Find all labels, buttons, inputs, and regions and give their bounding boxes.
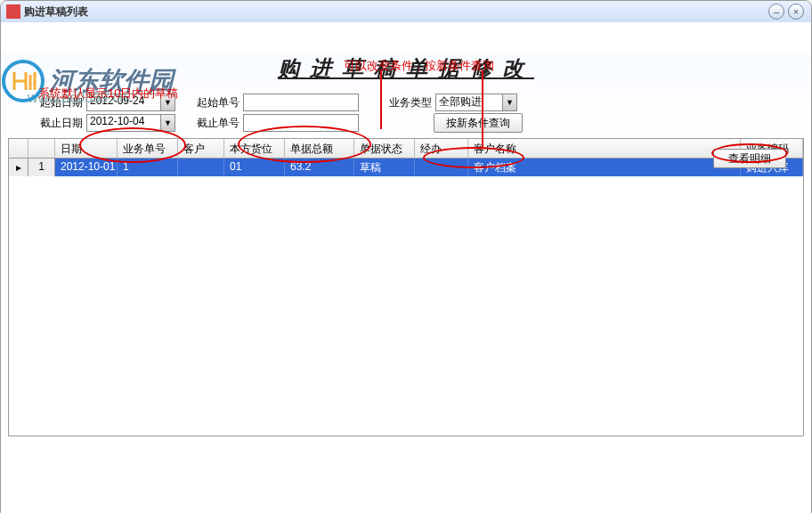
start-no-input[interactable] <box>243 94 359 111</box>
annotation-condition: 可以改变条件，按新条件查询 <box>344 58 494 74</box>
detail-button[interactable]: 查看明细 <box>713 149 786 168</box>
row-marker-header <box>9 139 28 158</box>
dropdown-icon[interactable]: ▼ <box>160 115 175 131</box>
app-icon <box>6 4 20 19</box>
cell-total: 63.2 <box>285 159 354 176</box>
start-no-label: 起始单号 <box>190 95 240 110</box>
cell-bizno: 1 <box>118 159 178 176</box>
col-location[interactable]: 本方货位 <box>224 139 285 158</box>
col-customer[interactable]: 客户 <box>178 139 224 158</box>
annotation-default: 系统默认显示10日内的草稿 <box>38 86 178 102</box>
cell-status: 草稿 <box>354 159 415 176</box>
cell-operator <box>415 159 468 176</box>
num-header <box>28 139 55 158</box>
end-no-label: 截止单号 <box>190 116 240 131</box>
table-header: 日期 业务单号 客户 本方货位 单据总额 单据状态 经办 客户名称 业务编码 <box>9 139 803 159</box>
window-title: 购进草稿列表 <box>24 4 88 20</box>
cell-date: 2012-10-01 <box>55 159 118 176</box>
biz-type-label: 业务类型 <box>382 95 432 110</box>
title-bar: 购进草稿列表 – × <box>1 1 811 22</box>
cell-custname: 客户档案 <box>468 159 741 176</box>
cell-location: 01 <box>224 159 285 176</box>
app-window: 购进草稿列表 – × 河东软件园 www.pc0359.cn 系统默认显示10日… <box>0 0 812 513</box>
dropdown-icon[interactable]: ▼ <box>502 94 516 110</box>
content-area: 河东软件园 www.pc0359.cn 系统默认显示10日内的草稿 可以改变条件… <box>1 54 811 513</box>
end-date-label: 截止日期 <box>33 116 83 131</box>
col-status[interactable]: 单据状态 <box>354 139 415 158</box>
biz-type-select[interactable]: 全部购进 ▼ <box>435 94 517 111</box>
query-button[interactable]: 按新条件查询 <box>434 113 523 133</box>
end-date-input[interactable]: 2012-10-04 ▼ <box>86 114 175 132</box>
col-custname[interactable]: 客户名称 <box>468 139 741 158</box>
row-marker: ▸ <box>9 159 28 176</box>
minimize-button[interactable]: – <box>768 4 784 20</box>
row-num: 1 <box>28 159 55 176</box>
end-no-input[interactable] <box>243 114 359 132</box>
cell-customer <box>178 159 224 176</box>
col-operator[interactable]: 经办 <box>415 139 468 158</box>
table-row[interactable]: ▸ 1 2012-10-01 1 01 63.2 草稿 客户档案 购进入库 <box>9 159 803 176</box>
data-table: 日期 业务单号 客户 本方货位 单据总额 单据状态 经办 客户名称 业务编码 ▸… <box>8 138 804 436</box>
col-bizno[interactable]: 业务单号 <box>118 139 178 158</box>
close-button[interactable]: × <box>788 4 804 20</box>
col-total[interactable]: 单据总额 <box>285 139 354 158</box>
col-date[interactable]: 日期 <box>55 139 118 158</box>
